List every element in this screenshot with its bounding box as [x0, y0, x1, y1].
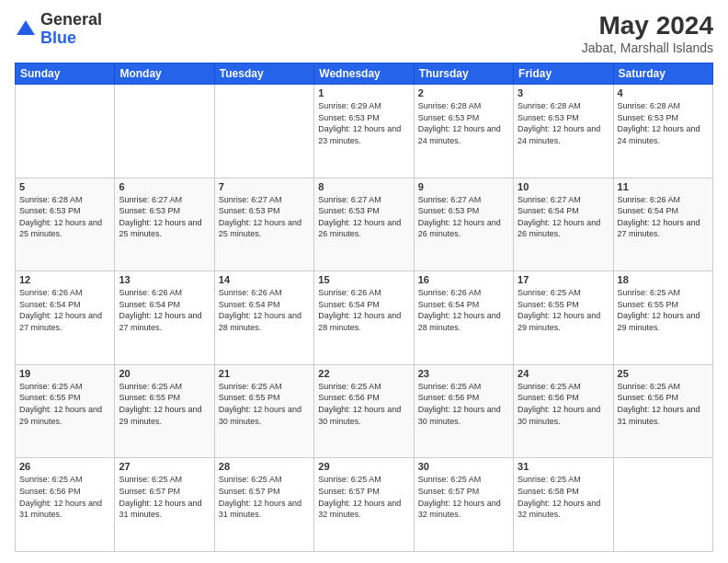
calendar-cell: 19Sunrise: 6:25 AMSunset: 6:55 PMDayligh… — [16, 364, 115, 458]
col-monday: Monday — [115, 63, 214, 85]
day-info: Sunrise: 6:25 AMSunset: 6:56 PMDaylight:… — [418, 381, 509, 427]
day-info: Sunrise: 6:27 AMSunset: 6:53 PMDaylight:… — [418, 194, 509, 240]
calendar-cell: 10Sunrise: 6:27 AMSunset: 6:54 PMDayligh… — [514, 178, 613, 271]
calendar-cell: 16Sunrise: 6:26 AMSunset: 6:54 PMDayligh… — [414, 271, 513, 365]
day-number: 21 — [219, 368, 310, 379]
day-number: 31 — [518, 461, 609, 472]
day-info: Sunrise: 6:28 AMSunset: 6:53 PMDaylight:… — [19, 194, 110, 240]
day-number: 25 — [618, 368, 709, 379]
day-info: Sunrise: 6:25 AMSunset: 6:56 PMDaylight:… — [618, 381, 709, 427]
calendar-cell: 6Sunrise: 6:27 AMSunset: 6:53 PMDaylight… — [115, 178, 214, 271]
day-info: Sunrise: 6:27 AMSunset: 6:53 PMDaylight:… — [219, 194, 310, 240]
calendar-cell: 1Sunrise: 6:29 AMSunset: 6:53 PMDaylight… — [314, 85, 414, 178]
calendar-cell: 23Sunrise: 6:25 AMSunset: 6:56 PMDayligh… — [414, 364, 513, 458]
col-wednesday: Wednesday — [314, 63, 414, 85]
day-number: 26 — [19, 461, 110, 472]
day-info: Sunrise: 6:25 AMSunset: 6:57 PMDaylight:… — [418, 474, 509, 520]
day-info: Sunrise: 6:28 AMSunset: 6:53 PMDaylight:… — [518, 100, 609, 146]
col-sunday: Sunday — [16, 63, 115, 85]
day-info: Sunrise: 6:25 AMSunset: 6:56 PMDaylight:… — [19, 474, 110, 520]
day-info: Sunrise: 6:26 AMSunset: 6:54 PMDaylight:… — [418, 287, 509, 333]
calendar-cell: 29Sunrise: 6:25 AMSunset: 6:57 PMDayligh… — [314, 458, 414, 552]
day-number: 27 — [119, 461, 210, 472]
day-number: 18 — [618, 274, 709, 285]
calendar-cell: 7Sunrise: 6:27 AMSunset: 6:53 PMDaylight… — [214, 178, 313, 271]
day-info: Sunrise: 6:26 AMSunset: 6:54 PMDaylight:… — [219, 287, 310, 333]
day-number: 13 — [119, 274, 210, 285]
day-number: 12 — [19, 274, 110, 285]
day-number: 20 — [119, 368, 210, 379]
day-number: 6 — [119, 181, 210, 192]
day-info: Sunrise: 6:29 AMSunset: 6:53 PMDaylight:… — [318, 100, 409, 146]
day-number: 19 — [19, 368, 110, 379]
col-tuesday: Tuesday — [214, 63, 313, 85]
day-info: Sunrise: 6:25 AMSunset: 6:58 PMDaylight:… — [518, 474, 609, 520]
page: General Blue May 2024 Jabat, Marshall Is… — [0, 0, 728, 563]
day-info: Sunrise: 6:25 AMSunset: 6:55 PMDaylight:… — [119, 381, 210, 427]
day-number: 1 — [318, 87, 409, 98]
calendar-week-4: 26Sunrise: 6:25 AMSunset: 6:56 PMDayligh… — [16, 458, 713, 552]
day-number: 16 — [418, 274, 509, 285]
day-number: 30 — [418, 461, 509, 472]
day-info: Sunrise: 6:28 AMSunset: 6:53 PMDaylight:… — [418, 100, 509, 146]
day-info: Sunrise: 6:28 AMSunset: 6:53 PMDaylight:… — [618, 100, 709, 146]
day-info: Sunrise: 6:25 AMSunset: 6:55 PMDaylight:… — [19, 381, 110, 427]
col-thursday: Thursday — [414, 63, 513, 85]
calendar-cell: 5Sunrise: 6:28 AMSunset: 6:53 PMDaylight… — [16, 178, 115, 271]
logo: General Blue — [15, 11, 102, 48]
day-number: 22 — [318, 368, 409, 379]
day-number: 4 — [618, 87, 709, 98]
calendar-cell: 21Sunrise: 6:25 AMSunset: 6:55 PMDayligh… — [214, 364, 313, 458]
day-number: 5 — [19, 181, 110, 192]
calendar-cell: 9Sunrise: 6:27 AMSunset: 6:53 PMDaylight… — [414, 178, 513, 271]
col-friday: Friday — [514, 63, 613, 85]
title-area: May 2024 Jabat, Marshall Islands — [582, 11, 713, 55]
header: General Blue May 2024 Jabat, Marshall Is… — [15, 11, 713, 55]
calendar-cell: 18Sunrise: 6:25 AMSunset: 6:55 PMDayligh… — [613, 271, 712, 365]
calendar-cell: 24Sunrise: 6:25 AMSunset: 6:56 PMDayligh… — [514, 364, 613, 458]
day-info: Sunrise: 6:25 AMSunset: 6:57 PMDaylight:… — [219, 474, 310, 520]
calendar-header-row: Sunday Monday Tuesday Wednesday Thursday… — [16, 63, 713, 85]
day-info: Sunrise: 6:25 AMSunset: 6:57 PMDaylight:… — [119, 474, 210, 520]
day-info: Sunrise: 6:26 AMSunset: 6:54 PMDaylight:… — [618, 194, 709, 240]
col-saturday: Saturday — [613, 63, 712, 85]
month-year: May 2024 — [582, 11, 713, 40]
day-info: Sunrise: 6:26 AMSunset: 6:54 PMDaylight:… — [318, 287, 409, 333]
logo-icon — [15, 18, 37, 40]
calendar-cell: 27Sunrise: 6:25 AMSunset: 6:57 PMDayligh… — [115, 458, 214, 552]
calendar-week-3: 19Sunrise: 6:25 AMSunset: 6:55 PMDayligh… — [16, 364, 713, 458]
calendar-cell: 13Sunrise: 6:26 AMSunset: 6:54 PMDayligh… — [115, 271, 214, 365]
logo-text: General Blue — [40, 11, 102, 48]
day-info: Sunrise: 6:25 AMSunset: 6:56 PMDaylight:… — [518, 381, 609, 427]
day-info: Sunrise: 6:25 AMSunset: 6:55 PMDaylight:… — [518, 287, 609, 333]
day-number: 7 — [219, 181, 310, 192]
calendar-cell — [214, 85, 313, 178]
calendar-cell: 25Sunrise: 6:25 AMSunset: 6:56 PMDayligh… — [613, 364, 712, 458]
day-number: 15 — [318, 274, 409, 285]
day-number: 2 — [418, 87, 509, 98]
calendar-cell: 20Sunrise: 6:25 AMSunset: 6:55 PMDayligh… — [115, 364, 214, 458]
day-info: Sunrise: 6:25 AMSunset: 6:55 PMDaylight:… — [618, 287, 709, 333]
day-number: 10 — [518, 181, 609, 192]
day-number: 24 — [518, 368, 609, 379]
day-number: 17 — [518, 274, 609, 285]
day-info: Sunrise: 6:25 AMSunset: 6:56 PMDaylight:… — [318, 381, 409, 427]
calendar-cell: 28Sunrise: 6:25 AMSunset: 6:57 PMDayligh… — [214, 458, 313, 552]
calendar-cell: 30Sunrise: 6:25 AMSunset: 6:57 PMDayligh… — [414, 458, 513, 552]
day-info: Sunrise: 6:25 AMSunset: 6:55 PMDaylight:… — [219, 381, 310, 427]
day-info: Sunrise: 6:25 AMSunset: 6:57 PMDaylight:… — [318, 474, 409, 520]
day-number: 3 — [518, 87, 609, 98]
calendar-week-1: 5Sunrise: 6:28 AMSunset: 6:53 PMDaylight… — [16, 178, 713, 271]
calendar-cell: 14Sunrise: 6:26 AMSunset: 6:54 PMDayligh… — [214, 271, 313, 365]
calendar-cell: 2Sunrise: 6:28 AMSunset: 6:53 PMDaylight… — [414, 85, 513, 178]
calendar-cell: 4Sunrise: 6:28 AMSunset: 6:53 PMDaylight… — [613, 85, 712, 178]
calendar-cell: 15Sunrise: 6:26 AMSunset: 6:54 PMDayligh… — [314, 271, 414, 365]
calendar-cell: 8Sunrise: 6:27 AMSunset: 6:53 PMDaylight… — [314, 178, 414, 271]
day-number: 14 — [219, 274, 310, 285]
calendar-cell: 26Sunrise: 6:25 AMSunset: 6:56 PMDayligh… — [16, 458, 115, 552]
location: Jabat, Marshall Islands — [582, 40, 713, 55]
calendar-week-2: 12Sunrise: 6:26 AMSunset: 6:54 PMDayligh… — [16, 271, 713, 365]
calendar-cell: 12Sunrise: 6:26 AMSunset: 6:54 PMDayligh… — [16, 271, 115, 365]
day-info: Sunrise: 6:27 AMSunset: 6:54 PMDaylight:… — [518, 194, 609, 240]
day-number: 9 — [418, 181, 509, 192]
